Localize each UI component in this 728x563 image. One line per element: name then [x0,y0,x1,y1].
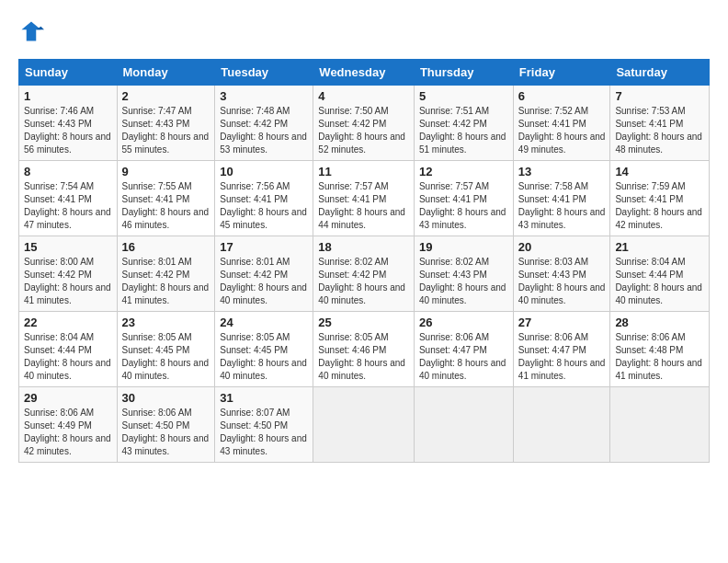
calendar-cell-24: 24Sunrise: 8:05 AM Sunset: 4:45 PM Dayli… [215,312,313,387]
calendar-cell-10: 10Sunrise: 7:56 AM Sunset: 4:41 PM Dayli… [215,161,313,236]
svg-marker-0 [22,22,41,41]
calendar-table: SundayMondayTuesdayWednesdayThursdayFrid… [18,59,710,463]
calendar-cell-9: 9Sunrise: 7:55 AM Sunset: 4:41 PM Daylig… [117,161,215,236]
col-header-thursday: Thursday [414,60,513,86]
calendar-cell-empty-4-4 [414,387,513,463]
calendar-cell-12: 12Sunrise: 7:57 AM Sunset: 4:41 PM Dayli… [414,161,513,236]
page-header [18,18,710,44]
calendar-cell-11: 11Sunrise: 7:57 AM Sunset: 4:41 PM Dayli… [313,161,415,236]
calendar-cell-29: 29Sunrise: 8:06 AM Sunset: 4:49 PM Dayli… [19,387,118,463]
calendar-cell-19: 19Sunrise: 8:02 AM Sunset: 4:43 PM Dayli… [414,236,513,312]
calendar-cell-16: 16Sunrise: 8:01 AM Sunset: 4:42 PM Dayli… [117,236,215,312]
col-header-monday: Monday [117,60,215,86]
calendar-cell-1: 1Sunrise: 7:46 AM Sunset: 4:43 PM Daylig… [19,86,118,161]
calendar-cell-28: 28Sunrise: 8:06 AM Sunset: 4:48 PM Dayli… [610,312,710,387]
calendar-cell-empty-4-5 [513,387,610,463]
calendar-cell-6: 6Sunrise: 7:52 AM Sunset: 4:41 PM Daylig… [513,86,610,161]
calendar-cell-21: 21Sunrise: 8:04 AM Sunset: 4:44 PM Dayli… [610,236,710,312]
calendar-cell-30: 30Sunrise: 8:06 AM Sunset: 4:50 PM Dayli… [117,387,215,463]
calendar-cell-20: 20Sunrise: 8:03 AM Sunset: 4:43 PM Dayli… [513,236,610,312]
calendar-cell-8: 8Sunrise: 7:54 AM Sunset: 4:41 PM Daylig… [19,161,118,236]
calendar-cell-15: 15Sunrise: 8:00 AM Sunset: 4:42 PM Dayli… [19,236,118,312]
calendar-cell-3: 3Sunrise: 7:48 AM Sunset: 4:42 PM Daylig… [215,86,313,161]
calendar-cell-13: 13Sunrise: 7:58 AM Sunset: 4:41 PM Dayli… [513,161,610,236]
calendar-cell-26: 26Sunrise: 8:06 AM Sunset: 4:47 PM Dayli… [414,312,513,387]
col-header-tuesday: Tuesday [215,60,313,86]
col-header-saturday: Saturday [610,60,710,86]
col-header-sunday: Sunday [19,60,118,86]
calendar-cell-31: 31Sunrise: 8:07 AM Sunset: 4:50 PM Dayli… [215,387,313,463]
logo-icon [18,18,44,44]
calendar-cell-empty-4-3 [313,387,415,463]
logo [18,18,46,44]
calendar-cell-5: 5Sunrise: 7:51 AM Sunset: 4:42 PM Daylig… [414,86,513,161]
calendar-cell-25: 25Sunrise: 8:05 AM Sunset: 4:46 PM Dayli… [313,312,415,387]
col-header-wednesday: Wednesday [313,60,415,86]
calendar-cell-4: 4Sunrise: 7:50 AM Sunset: 4:42 PM Daylig… [313,86,415,161]
calendar-cell-23: 23Sunrise: 8:05 AM Sunset: 4:45 PM Dayli… [117,312,215,387]
calendar-cell-7: 7Sunrise: 7:53 AM Sunset: 4:41 PM Daylig… [610,86,710,161]
col-header-friday: Friday [513,60,610,86]
calendar-cell-17: 17Sunrise: 8:01 AM Sunset: 4:42 PM Dayli… [215,236,313,312]
calendar-cell-27: 27Sunrise: 8:06 AM Sunset: 4:47 PM Dayli… [513,312,610,387]
calendar-cell-22: 22Sunrise: 8:04 AM Sunset: 4:44 PM Dayli… [19,312,118,387]
calendar-cell-empty-4-6 [610,387,710,463]
calendar-cell-14: 14Sunrise: 7:59 AM Sunset: 4:41 PM Dayli… [610,161,710,236]
calendar-cell-18: 18Sunrise: 8:02 AM Sunset: 4:42 PM Dayli… [313,236,415,312]
calendar-cell-2: 2Sunrise: 7:47 AM Sunset: 4:43 PM Daylig… [117,86,215,161]
